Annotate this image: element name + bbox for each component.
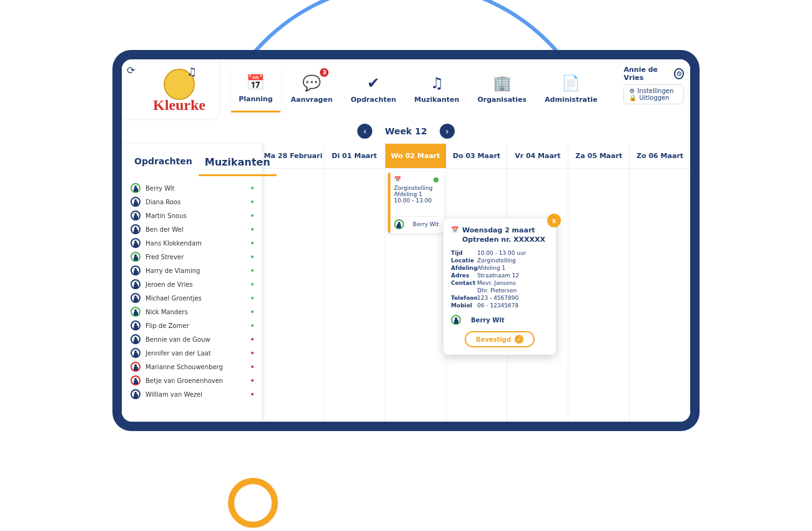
musician-row[interactable]: Hans Klokkendam: [131, 236, 254, 250]
event-status-dot: [433, 177, 438, 182]
person-icon: [131, 348, 141, 358]
nav-administratie[interactable]: 📄Administratie: [537, 66, 605, 112]
content: Opdrachten Muzikanten Berry WitDiana Roo…: [122, 144, 690, 422]
person-icon: [131, 252, 141, 262]
logout-link[interactable]: 🔒 Uitloggen: [629, 94, 678, 101]
person-icon: [131, 375, 141, 385]
musician-row[interactable]: Ben der Wel: [131, 222, 254, 236]
status-dot: [251, 242, 254, 244]
week-prev-button[interactable]: ‹: [357, 124, 372, 139]
popup-field-value: Zorginstelling: [477, 257, 516, 264]
sidebar-tabs: Opdrachten Muzikanten: [122, 144, 262, 176]
person-icon: [131, 197, 141, 207]
musician-row[interactable]: Nick Manders: [131, 305, 254, 319]
gear-icon[interactable]: ⚙: [674, 68, 684, 79]
person-icon: [131, 183, 141, 193]
event-person: Berry Wit: [394, 216, 440, 229]
nav-icon: 📅: [246, 74, 265, 91]
music-note-icon: ♫: [187, 65, 197, 78]
settings-link[interactable]: ⚙ Instellingen: [629, 87, 678, 94]
musician-row[interactable]: Bennie van de Gouw: [131, 332, 254, 346]
day-column: Zo 06 Maart: [629, 144, 690, 422]
header: ⟳ ♫ Kleurke 📅Planning3💬Aanvragen✔Opdrach…: [122, 59, 690, 119]
person-icon: [131, 211, 141, 221]
musician-name: Nick Manders: [146, 309, 188, 315]
logo: ♫ Kleurke: [153, 69, 205, 114]
musician-row[interactable]: Harry de Vlaming: [131, 264, 254, 277]
musician-row[interactable]: Berry Wit: [131, 181, 254, 195]
status-dot: [251, 201, 254, 203]
nav-opdrachten[interactable]: ✔Opdrachten: [343, 66, 404, 112]
musician-row[interactable]: Marianne Schouwenberg: [131, 360, 254, 374]
nav-label: Aanvragen: [291, 96, 333, 104]
status-dot: [251, 379, 254, 382]
day-header[interactable]: Di 01 Maart: [324, 144, 385, 169]
status-dot: [251, 310, 254, 313]
status-dot: [251, 365, 254, 368]
event-time: 10.00 - 13.00: [394, 197, 440, 204]
musician-row[interactable]: Diana Roos: [131, 195, 254, 209]
popup-field-label: Afdeling: [451, 265, 477, 271]
status-dot: [251, 338, 254, 340]
person-icon: [131, 238, 141, 248]
popup-field-value: Afdeling 1: [477, 265, 505, 271]
popup-row: Dhr. Pietersen: [451, 287, 548, 294]
nav-label: Organisaties: [477, 96, 527, 104]
popup-field-value: Straatnaam 12: [477, 272, 519, 279]
day-header[interactable]: Vr 04 Maart: [507, 144, 568, 169]
user-area: Annie de Vries ⚙ ⚙ Instellingen 🔒 Uitlog…: [617, 59, 690, 119]
person-icon: [131, 320, 141, 330]
popup-field-label: Telefoon: [451, 295, 477, 301]
day-header[interactable]: Wo 02 Maart: [385, 144, 446, 169]
day-column: Ma 28 Februari: [262, 144, 324, 422]
nav-planning[interactable]: 📅Planning: [231, 66, 280, 112]
nav-muzikanten[interactable]: ♫Muzikanten: [407, 66, 467, 112]
musician-row[interactable]: Jeroen de Vries: [131, 277, 254, 291]
nav-label: Planning: [239, 95, 272, 103]
musician-row[interactable]: Martin Snous: [131, 209, 254, 222]
confirm-button[interactable]: Bevestigd✓: [465, 331, 535, 347]
musician-row[interactable]: Fred Strever: [131, 250, 254, 264]
status-dot: [251, 393, 254, 395]
status-dot: [251, 283, 254, 285]
app-screen: ⟳ ♫ Kleurke 📅Planning3💬Aanvragen✔Opdrach…: [122, 59, 690, 422]
musician-row[interactable]: Michael Groentjes: [131, 291, 254, 305]
popup-row: Tijd10.00 - 13.00 uur: [451, 250, 548, 256]
day-column: Wo 02 Maart 📅 Zorginstelling Afdeling 1 …: [385, 144, 446, 422]
musician-row[interactable]: Betje van Groenenhoven: [131, 374, 254, 387]
event-popup: x 📅Woensdag 2 maartOptreden nr. XXXXXX T…: [443, 219, 556, 355]
person-icon: [131, 266, 141, 275]
popup-row: Telefoon123 - 4567890: [451, 295, 548, 301]
musician-name: Hans Klokkendam: [146, 240, 202, 247]
close-icon[interactable]: x: [547, 214, 561, 227]
day-header[interactable]: Za 05 Maart: [568, 144, 629, 169]
musician-name: Fred Strever: [146, 254, 184, 261]
nav-label: Opdrachten: [350, 96, 396, 104]
status-dot: [251, 352, 254, 354]
tab-opdrachten[interactable]: Opdrachten: [128, 150, 199, 176]
person-icon: [131, 307, 141, 317]
calendar-icon: 📅: [394, 176, 440, 182]
day-header[interactable]: Zo 06 Maart: [630, 144, 690, 169]
refresh-icon[interactable]: ⟳: [127, 64, 135, 76]
popup-row: AfdelingAfdeling 1: [451, 265, 548, 271]
popup-field-value: Dhr. Pietersen: [477, 287, 517, 294]
nav-aanvragen[interactable]: 3💬Aanvragen: [284, 66, 340, 112]
week-next-button[interactable]: ›: [440, 124, 455, 139]
logo-face: ♫: [164, 69, 195, 100]
musician-row[interactable]: Jennifer van der Laat: [131, 346, 254, 360]
person-icon: [394, 219, 404, 229]
musician-row[interactable]: William van Wezel: [131, 387, 254, 401]
nav-icon: ✔: [367, 74, 380, 92]
musician-row[interactable]: Flip de Zomer: [131, 319, 254, 332]
nav-organisaties[interactable]: 🏢Organisaties: [470, 66, 534, 112]
status-dot: [251, 269, 254, 272]
day-header[interactable]: Do 03 Maart: [447, 144, 507, 169]
person-icon: [131, 279, 141, 289]
popup-person: Berry Wit: [451, 315, 548, 325]
popup-row: AdresStraatnaam 12: [451, 272, 548, 279]
event-card[interactable]: 📅 Zorginstelling Afdeling 1 10.00 - 13.0…: [388, 172, 443, 233]
user-menu: ⚙ Instellingen 🔒 Uitloggen: [623, 84, 684, 104]
tab-muzikanten[interactable]: Muzikanten: [199, 150, 277, 176]
status-dot: [251, 228, 254, 231]
